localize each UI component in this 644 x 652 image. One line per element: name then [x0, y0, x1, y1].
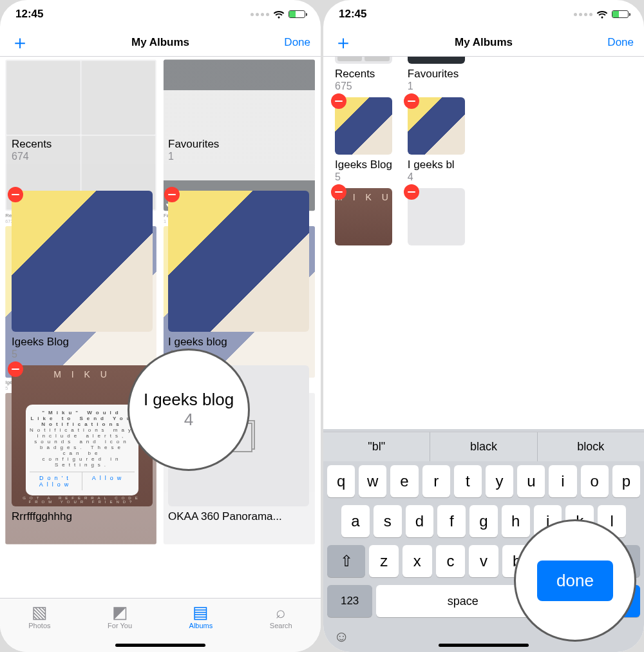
- key-c[interactable]: c: [436, 545, 466, 577]
- keyboard-suggestions: "bl" black block: [323, 432, 644, 461]
- key-d[interactable]: d: [406, 505, 434, 537]
- status-time: 12:45: [15, 8, 43, 21]
- done-button[interactable]: Done: [284, 36, 310, 49]
- key-s[interactable]: s: [374, 505, 402, 537]
- key-t[interactable]: t: [454, 465, 482, 497]
- album-recents[interactable]: Recents 675: [335, 57, 392, 92]
- phone-left: 12:45 ＋ My Albums Done Recents673 ♥Favou…: [0, 0, 321, 652]
- search-icon: ⌕: [276, 604, 286, 620]
- magnifier-done: done: [514, 519, 636, 642]
- albums-grid: Recents 674 Favourites 1 Igeeks Blog 5 I…: [0, 179, 321, 530]
- page-title: My Albums: [0, 36, 321, 49]
- key-shift[interactable]: ⇧: [327, 545, 365, 577]
- delete-badge-icon[interactable]: [404, 184, 419, 200]
- nav-bar: ＋ My Albums Done: [323, 28, 644, 57]
- battery-icon: [612, 10, 629, 18]
- tab-bar: ▧Photos ◩For You ▤Albums ⌕Search: [0, 598, 321, 652]
- key-w[interactable]: w: [359, 465, 386, 497]
- wifi-icon: [273, 10, 285, 19]
- key-g[interactable]: g: [469, 505, 498, 537]
- key-q[interactable]: q: [327, 465, 355, 497]
- magnifier-callout: I geeks blog 4: [128, 349, 250, 471]
- emoji-icon[interactable]: ☺: [334, 628, 350, 646]
- done-button[interactable]: Done: [607, 36, 634, 49]
- key-i[interactable]: i: [549, 465, 576, 497]
- heart-square-icon: ◩: [112, 604, 128, 620]
- photos-icon: ▧: [32, 604, 48, 620]
- delete-badge-icon[interactable]: [404, 93, 419, 109]
- suggestion[interactable]: block: [538, 432, 644, 461]
- key-row-1: q w e r t y u i o p: [323, 461, 644, 501]
- key-y[interactable]: y: [486, 465, 513, 497]
- key-x[interactable]: x: [402, 545, 432, 577]
- album-miku[interactable]: M I K U: [335, 188, 392, 245]
- tab-photos[interactable]: ▧Photos: [28, 604, 50, 629]
- delete-badge-icon[interactable]: [8, 361, 23, 377]
- status-bar: 12:45: [0, 0, 321, 28]
- wifi-icon: [596, 10, 608, 19]
- tab-albums[interactable]: ▤Albums: [189, 604, 213, 629]
- albums-icon: ▤: [193, 604, 209, 620]
- content-area: Recents 675 ♥ Favourites 1 Igeeks Blog 5…: [323, 57, 644, 652]
- key-f[interactable]: f: [437, 505, 466, 537]
- key-z[interactable]: z: [369, 545, 399, 577]
- key-a[interactable]: a: [341, 505, 370, 537]
- album-recents[interactable]: Recents 674: [12, 134, 153, 186]
- page-title: My Albums: [323, 36, 644, 49]
- phone-right: 12:45 ＋ My Albums Done Recents 675 ♥ Fav…: [323, 0, 644, 652]
- album-favourites[interactable]: ♥ Favourites 1: [408, 57, 465, 92]
- key-u[interactable]: u: [517, 465, 545, 497]
- notification-popup: "Miku" Would Like to Send You Notificati…: [26, 405, 138, 495]
- key-h[interactable]: h: [502, 505, 530, 537]
- home-indicator: [439, 644, 529, 647]
- home-indicator: [115, 644, 205, 647]
- key-v[interactable]: v: [469, 545, 498, 577]
- delete-badge-icon[interactable]: [164, 187, 180, 202]
- key-e[interactable]: e: [390, 465, 418, 497]
- album-name-input[interactable]: I geeks bl: [408, 158, 465, 171]
- more-dots-icon: [251, 13, 269, 16]
- key-r[interactable]: r: [422, 465, 450, 497]
- add-button[interactable]: ＋: [334, 36, 353, 49]
- album-favourites[interactable]: Favourites 1: [168, 134, 309, 186]
- delete-badge-icon[interactable]: [331, 93, 346, 109]
- delete-badge-icon[interactable]: [331, 184, 346, 200]
- nav-bar: ＋ My Albums Done: [0, 28, 321, 57]
- album-igeeks-blog[interactable]: Igeeks Blog 5: [12, 191, 153, 360]
- album-empty[interactable]: [408, 188, 465, 245]
- album-igeeks-blog[interactable]: Igeeks Blog 5: [335, 97, 392, 183]
- key-p[interactable]: p: [612, 465, 640, 497]
- tab-search[interactable]: ⌕Search: [270, 604, 292, 629]
- tab-for-you[interactable]: ◩For You: [108, 604, 132, 629]
- more-dots-icon: [574, 13, 592, 16]
- content-area: Recents673 ♥Favourites1 Igeeks Blog5 I g…: [0, 57, 321, 652]
- delete-badge-icon[interactable]: [8, 187, 23, 202]
- status-time: 12:45: [339, 8, 366, 21]
- add-button[interactable]: ＋: [10, 36, 30, 49]
- heart-icon: ♥: [413, 57, 421, 59]
- albums-grid: Recents 675 ♥ Favourites 1 Igeeks Blog 5…: [323, 57, 477, 252]
- album-editing[interactable]: I geeks bl 4: [408, 97, 465, 183]
- key-o[interactable]: o: [581, 465, 609, 497]
- suggestion[interactable]: "bl": [323, 432, 430, 461]
- album-igeeks-blog-2[interactable]: I geeks blog 4: [168, 191, 309, 360]
- battery-icon: [289, 10, 305, 18]
- key-numeric[interactable]: 123: [327, 585, 372, 617]
- suggestion[interactable]: black: [430, 432, 537, 461]
- status-bar: 12:45: [323, 0, 644, 28]
